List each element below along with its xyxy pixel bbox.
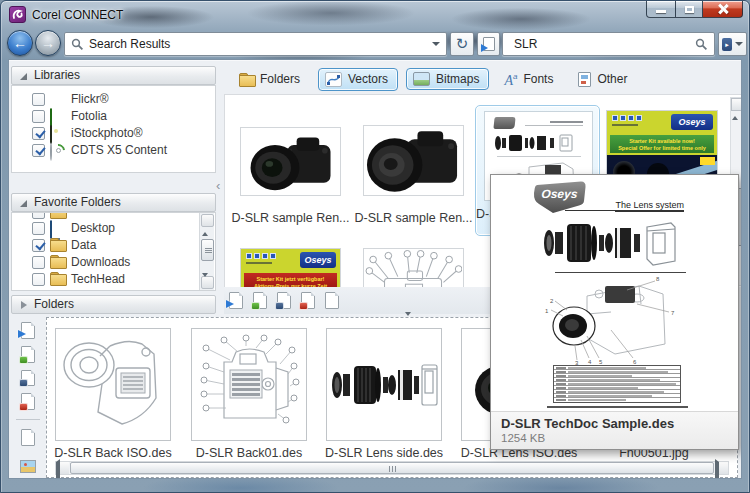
scroll-down-button[interactable] — [201, 276, 214, 289]
refresh-icon: ↻ — [456, 35, 469, 53]
favorite-item-downloads[interactable]: Downloads — [12, 253, 215, 271]
chevron-down-icon[interactable] — [432, 42, 440, 46]
checkbox[interactable] — [32, 93, 45, 106]
favorite-item-techhead[interactable]: TechHead — [12, 270, 215, 288]
filter-vectors[interactable]: Vectors — [318, 68, 398, 91]
svg-text:8: 8 — [656, 276, 660, 282]
corel-logo-icon — [9, 6, 26, 23]
maximize-button[interactable] — [675, 1, 703, 18]
open-file-icon[interactable] — [229, 292, 243, 309]
checkbox[interactable] — [32, 273, 45, 286]
back-button[interactable]: ← — [7, 30, 33, 56]
favorite-item-desktop[interactable]: Desktop — [12, 219, 215, 237]
folders-panel-header[interactable]: Folders — [11, 295, 216, 314]
checkbox[interactable] — [32, 144, 45, 157]
quick-export-button[interactable] — [477, 32, 500, 56]
filter-fonts[interactable]: Aa Fonts — [497, 66, 563, 92]
result-thumbnail[interactable] — [240, 127, 341, 196]
scroll-left-button[interactable] — [56, 462, 69, 474]
tray-scrollbar[interactable] — [55, 461, 729, 475]
checkbox[interactable] — [32, 110, 45, 123]
minimize-icon — [656, 10, 666, 13]
library-item-fotolia[interactable]: Fotolia — [12, 107, 215, 125]
favorite-item-data[interactable]: Data — [12, 236, 215, 254]
filter-folders[interactable]: Folders — [232, 68, 310, 90]
library-item-cdts[interactable]: CDTS X5 Content — [12, 141, 215, 159]
filter-other[interactable]: Other — [571, 68, 637, 91]
folders-title: Folders — [34, 297, 74, 311]
tray-file-icon[interactable] — [325, 292, 339, 309]
search-icon[interactable] — [695, 38, 708, 51]
scope-panel-icon: ▸ — [722, 38, 732, 51]
coreldraw-file-icon[interactable] — [21, 346, 35, 363]
library-item-flickr[interactable]: Flickr® — [12, 90, 215, 108]
dslr-camera-photo — [364, 127, 463, 195]
flickr-icon — [50, 92, 66, 106]
ad-offer-band: Starter Kit available now! Special Offer… — [610, 135, 714, 153]
popup-footer: D-SLR TechDoc Sample.des 1254 KB — [491, 411, 738, 449]
photopaint-file-icon[interactable] — [277, 292, 291, 309]
open-file-icon[interactable] — [21, 322, 35, 339]
expander-closed-icon[interactable] — [21, 301, 27, 309]
client-area: Libraries Flickr® Fotolia iStockphoto® — [8, 59, 742, 479]
tray-thumbnail[interactable] — [326, 328, 442, 441]
ad-squares — [246, 253, 276, 259]
scroll-right-button[interactable] — [715, 462, 728, 474]
oseys-logo-icon — [493, 117, 515, 129]
search-box[interactable] — [502, 32, 715, 56]
dslr-camera-photo — [243, 130, 339, 194]
expander-open-icon[interactable] — [20, 73, 27, 80]
libraries-panel-header[interactable]: Libraries — [11, 66, 216, 85]
popup-filesize: 1254 KB — [501, 432, 728, 444]
oseys-ad-preview-de: Oseys Starter Kit jetzt verfügbar! Aktio… — [241, 249, 340, 287]
popup-filename: D-SLR TechDoc Sample.des — [501, 416, 728, 431]
tray-collapse-handle[interactable] — [405, 316, 421, 324]
maximize-icon — [685, 6, 694, 13]
coreldraw-file-icon[interactable] — [253, 292, 267, 309]
sidebar-collapse-chevron[interactable]: ‹ — [216, 178, 220, 193]
image-preview-icon[interactable] — [20, 460, 36, 473]
oseys-brand-badge: Oseys — [300, 252, 336, 268]
checkbox[interactable] — [32, 239, 45, 252]
tray-thumbnail[interactable] — [55, 328, 171, 441]
oseys-logo: Oseys — [529, 180, 587, 214]
photopaint-file-icon[interactable] — [21, 370, 35, 387]
result-thumbnail[interactable]: Oseys Starter Kit jetzt verfügbar! Aktio… — [240, 248, 341, 287]
pdf-file-icon[interactable] — [301, 292, 315, 309]
checkbox[interactable] — [32, 127, 45, 140]
scroll-thumb[interactable] — [70, 462, 714, 474]
scroll-up-button[interactable] — [201, 214, 214, 227]
minimize-button[interactable] — [646, 1, 675, 18]
refresh-button[interactable]: ↻ — [450, 32, 474, 56]
result-thumbnail[interactable] — [363, 125, 464, 196]
favorite-folders-panel-header[interactable]: Favorite Folders — [11, 193, 216, 212]
ad-squares — [612, 115, 642, 121]
svg-text:Oseys: Oseys — [541, 187, 579, 201]
address-bar[interactable]: Search Results — [64, 32, 447, 56]
scroll-thumb[interactable] — [201, 239, 214, 261]
search-scope-button[interactable]: ▸ — [718, 32, 747, 56]
pdf-file-icon[interactable] — [21, 393, 35, 410]
result-label: D-SLR sample Ren... — [353, 211, 474, 225]
result-thumbnail[interactable] — [363, 248, 464, 287]
scroll-up-button[interactable] — [731, 98, 742, 111]
libraries-title: Libraries — [34, 68, 80, 82]
svg-text:7: 7 — [671, 310, 675, 316]
expander-open-icon[interactable] — [20, 200, 27, 207]
tray-file-icon[interactable] — [21, 429, 35, 446]
close-icon — [718, 4, 728, 14]
vector-curve-icon — [325, 72, 342, 87]
lens-parts-mini — [494, 134, 586, 152]
tray-thumbnail[interactable] — [191, 328, 307, 441]
filter-bitmaps[interactable]: Bitmaps — [406, 68, 489, 90]
favorites-scrollbar[interactable] — [199, 213, 214, 290]
checkbox[interactable] — [32, 222, 45, 235]
dslr-back-callouts-drawing — [194, 332, 304, 438]
forward-button[interactable]: → — [35, 30, 61, 56]
checkbox[interactable] — [32, 256, 45, 269]
font-a-icon: Aa — [504, 70, 517, 88]
title-bar[interactable]: Corel CONNECT — [1, 1, 749, 29]
search-input[interactable] — [514, 37, 695, 51]
library-item-istockphoto[interactable]: iStockphoto® — [12, 124, 215, 142]
close-button[interactable] — [703, 1, 743, 18]
